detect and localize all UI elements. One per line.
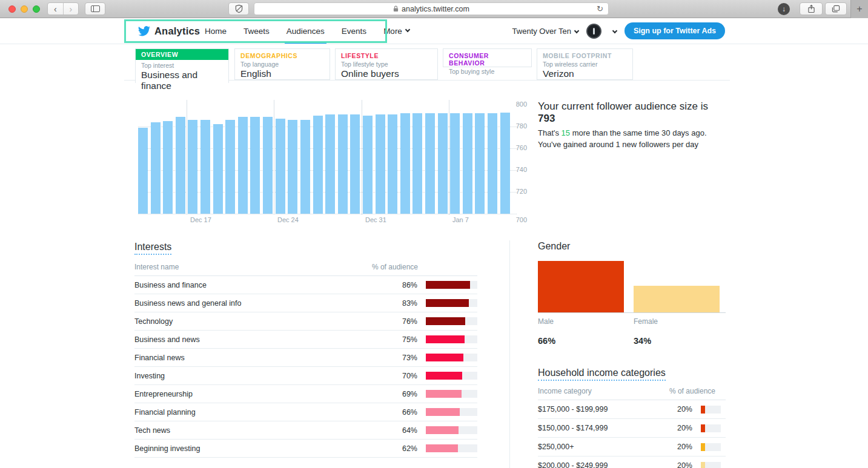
profile-menu-chevron[interactable] xyxy=(609,25,617,36)
address-bar[interactable]: analytics.twitter.com ↻ xyxy=(254,2,609,15)
interests-title: Interests xyxy=(134,242,171,255)
interest-name: Business and news xyxy=(134,335,387,344)
minimize-window-button[interactable] xyxy=(21,5,28,13)
nav-item-home[interactable]: Home xyxy=(205,18,227,44)
y-axis-tick: 800 xyxy=(509,101,527,108)
analytics-brand[interactable]: Analytics xyxy=(138,18,200,44)
interest-bar-fill xyxy=(426,281,470,289)
interest-bar-track xyxy=(426,390,477,398)
income-bar-fill xyxy=(701,406,705,414)
navbar-right: Twenty Over Ten Sign up for Twitter Ads xyxy=(512,18,725,44)
interest-name: Business and finance xyxy=(134,281,387,289)
new-tab-button[interactable]: + xyxy=(850,0,868,18)
income-row: $150,000 - $174,99920% xyxy=(538,419,726,438)
pct-audience-header: % of audience xyxy=(356,263,477,271)
forward-button[interactable]: › xyxy=(63,3,79,15)
summary-tab-lifestyle[interactable]: LIFESTYLETop lifestyle typeOnline buyers xyxy=(335,48,438,80)
interest-pct: 66% xyxy=(387,408,417,417)
summary-tab-title: DEMOGRAPHICS xyxy=(235,49,330,60)
follower-bar xyxy=(475,113,485,214)
summary-tab-value: Online buyers xyxy=(336,68,437,82)
income-pct: 20% xyxy=(662,461,692,468)
interest-row: Financial planning66% xyxy=(134,403,477,421)
gender-labels: MaleFemale xyxy=(538,317,726,326)
back-button[interactable]: ‹ xyxy=(48,3,63,15)
summary-tab-consumer-behavior[interactable]: CONSUMER BEHAVIORTop buying style xyxy=(443,48,532,67)
gender-value: 66% xyxy=(538,336,624,346)
interest-bar-track xyxy=(426,372,477,380)
summary-tab-overview[interactable]: OVERVIEWTop interestBusiness and finance xyxy=(135,48,229,83)
primary-nav: HomeTweetsAudiencesEventsMore xyxy=(205,18,409,44)
interest-bar-track xyxy=(426,354,477,361)
interest-name: Entrepreneurship xyxy=(134,390,387,398)
follower-bar xyxy=(188,120,197,214)
interest-row: Entrepreneurship69% xyxy=(134,385,477,403)
signup-twitter-ads-button[interactable]: Sign up for Twitter Ads xyxy=(624,22,725,39)
summary-tab-subtitle: Top wireless carrier xyxy=(537,60,632,68)
reload-icon[interactable]: ↻ xyxy=(597,4,603,13)
summary-tab-value: English xyxy=(235,68,330,82)
gender-bar-male xyxy=(538,261,624,312)
income-header: Income category % of audience xyxy=(538,387,726,400)
interests-table: Business and finance86%Business news and… xyxy=(134,276,477,458)
downloads-button[interactable]: ↓ xyxy=(778,3,790,15)
y-axis-tick: 700 xyxy=(509,216,527,223)
interest-bar-fill xyxy=(426,299,469,307)
income-category: $250,000+ xyxy=(538,443,662,451)
summary-tab-value: Business and finance xyxy=(136,69,228,94)
summary-tab-title: CONSUMER BEHAVIOR xyxy=(443,49,531,67)
follower-bar xyxy=(450,113,460,214)
income-section: Household income categories Income categ… xyxy=(538,367,726,468)
y-axis-tick: 760 xyxy=(509,144,527,151)
nav-item-more[interactable]: More xyxy=(383,18,409,44)
x-axis-tick: Dec 31 xyxy=(365,216,386,223)
follower-delta: 15 xyxy=(562,128,570,137)
follower-bar xyxy=(388,114,397,214)
zoom-window-button[interactable] xyxy=(33,5,40,13)
sidebar-button[interactable] xyxy=(85,2,105,15)
interest-row: Business and finance86% xyxy=(134,276,477,294)
share-icon xyxy=(807,4,815,13)
interest-name: Financial planning xyxy=(134,408,387,417)
income-row: $175,000 - $199,99920% xyxy=(538,400,726,419)
follower-delta-line: That's 15 more than the same time 30 day… xyxy=(538,128,727,151)
follower-growth-chart: 800780760740720700Dec 17Dec 24Dec 31Jan … xyxy=(138,97,510,214)
nav-item-label: Audiences xyxy=(287,27,325,36)
summary-tab-mobile-footprint[interactable]: MOBILE FOOTPRINTTop wireless carrierVeri… xyxy=(537,48,633,80)
chart-gridline-vertical xyxy=(362,100,362,215)
follower-bar xyxy=(313,116,323,214)
interest-name: Investing xyxy=(134,372,387,380)
income-bar-track xyxy=(701,406,721,414)
gender-value: 34% xyxy=(634,336,720,346)
analytics-navbar: Analytics HomeTweetsAudiencesEventsMore … xyxy=(0,18,868,44)
content-blocker-button[interactable] xyxy=(228,2,249,15)
share-button[interactable] xyxy=(800,2,823,15)
interest-pct: 62% xyxy=(387,444,417,453)
account-dropdown[interactable]: Twenty Over Ten xyxy=(512,27,578,36)
interest-row: Business and news75% xyxy=(134,331,477,349)
interest-pct: 64% xyxy=(387,426,417,435)
close-window-button[interactable] xyxy=(8,5,16,13)
nav-item-audiences[interactable]: Audiences xyxy=(287,18,325,44)
tab-overview-button[interactable] xyxy=(825,2,847,15)
follower-bar xyxy=(350,114,360,214)
follower-count: 793 xyxy=(538,113,555,124)
follower-bar xyxy=(263,117,273,214)
chart-bars xyxy=(138,97,510,214)
interest-pct: 86% xyxy=(387,281,417,289)
column-divider xyxy=(509,240,510,468)
follower-bar xyxy=(225,120,235,214)
interest-bar-track xyxy=(426,444,477,452)
avatar[interactable] xyxy=(586,24,601,39)
interest-bar-fill xyxy=(426,372,462,380)
interest-row: Business news and general info83% xyxy=(134,294,477,312)
chevron-down-icon xyxy=(405,27,410,32)
y-axis-tick: 780 xyxy=(509,122,527,130)
nav-item-events[interactable]: Events xyxy=(342,18,366,44)
nav-item-tweets[interactable]: Tweets xyxy=(244,18,270,44)
nav-item-label: Events xyxy=(342,27,366,36)
follower-bar xyxy=(338,114,348,214)
interest-bar-track xyxy=(426,317,477,325)
follower-bar xyxy=(425,113,435,214)
summary-tab-demographics[interactable]: DEMOGRAPHICSTop languageEnglish xyxy=(234,48,330,80)
